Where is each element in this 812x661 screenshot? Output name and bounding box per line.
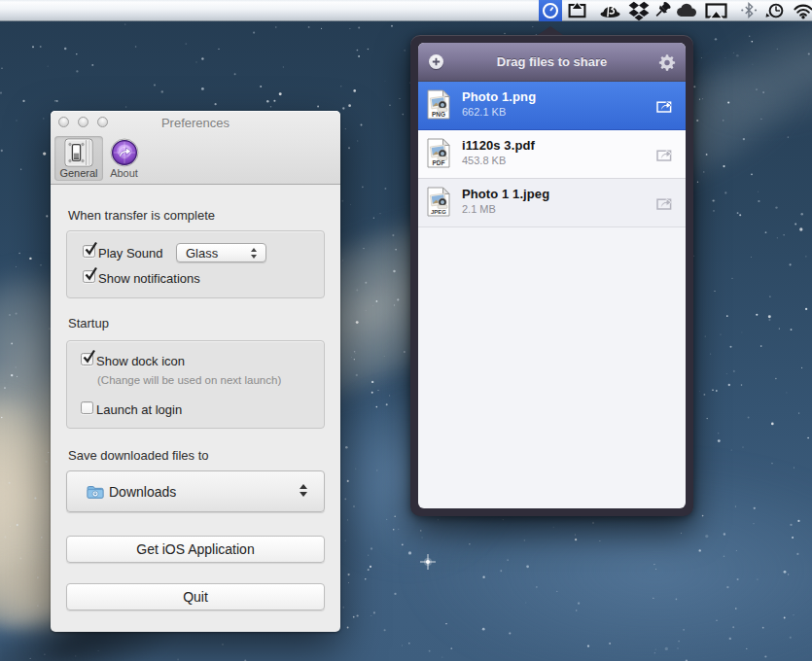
svg-text:JPEG: JPEG — [431, 209, 446, 215]
svg-text:PNG: PNG — [432, 111, 445, 118]
svg-text:PDF: PDF — [433, 159, 445, 166]
